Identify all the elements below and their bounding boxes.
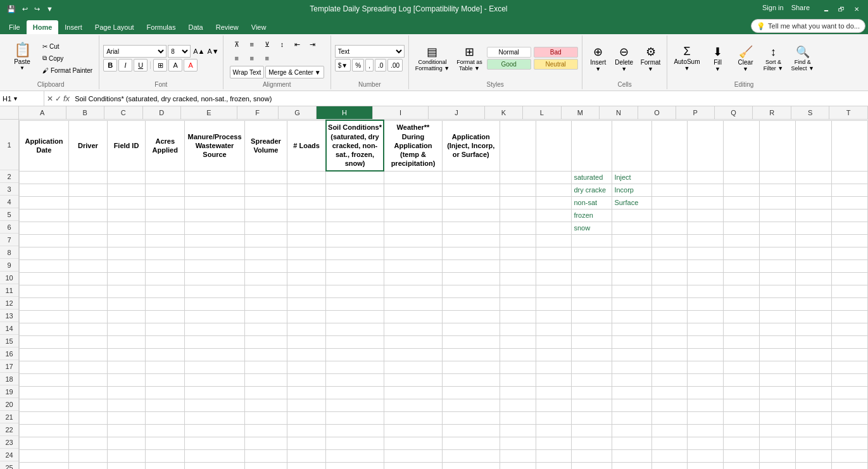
row-num-2[interactable]: 2 (0, 170, 18, 183)
cell-E4[interactable] (185, 196, 244, 209)
style-neutral[interactable]: Neutral (534, 59, 578, 70)
close-btn[interactable]: ✕ (850, 4, 863, 14)
cell-ref-dropdown[interactable]: ▼ (13, 96, 18, 102)
style-good[interactable]: Good (487, 59, 531, 70)
tab-review[interactable]: Review (210, 20, 245, 34)
row-num-15[interactable]: 15 (0, 335, 18, 347)
cell-L3[interactable] (536, 184, 572, 196)
col-header-B[interactable]: B (66, 106, 105, 119)
cell-O2[interactable] (651, 171, 688, 184)
cell-F5[interactable] (244, 209, 287, 222)
fill-btn[interactable]: ⬇ Fill ▼ (705, 40, 731, 77)
cell-T2[interactable] (832, 171, 868, 184)
format-painter-btn[interactable]: 🖌 Format Painter (40, 65, 95, 76)
cell-B6[interactable] (68, 222, 107, 234)
cell-D4[interactable] (146, 196, 185, 209)
align-left-btn[interactable]: ≡ (230, 52, 244, 65)
cell-T3[interactable] (832, 184, 868, 196)
row-num-25[interactable]: 25 (0, 461, 18, 469)
cell-Q1[interactable] (724, 120, 760, 171)
save-quick-btn[interactable]: 💾 (5, 5, 18, 13)
col-header-D[interactable]: D (143, 106, 182, 119)
row-num-5[interactable]: 5 (0, 208, 18, 221)
tab-file[interactable]: File (3, 20, 27, 34)
row-num-18[interactable]: 18 (0, 373, 18, 385)
cell-R4[interactable] (760, 196, 796, 209)
clear-btn[interactable]: 🧹 Clear ▼ (733, 40, 758, 77)
cell-P6[interactable] (688, 222, 724, 234)
insert-btn[interactable]: ⊕ Insert ▼ (586, 40, 610, 77)
decrease-font-btn[interactable]: A▼ (207, 47, 218, 55)
fill-color-btn[interactable]: A (168, 59, 182, 72)
cell-O3[interactable] (651, 184, 688, 196)
col-header-M[interactable]: M (562, 106, 600, 119)
cancel-formula-btn[interactable]: ✕ (47, 94, 53, 103)
row-num-19[interactable]: 19 (0, 385, 18, 398)
align-bottom-btn[interactable]: ⊻ (260, 38, 274, 51)
cell-T5[interactable] (832, 209, 868, 222)
cell-K1[interactable] (500, 120, 536, 171)
row-num-12[interactable]: 12 (0, 297, 18, 310)
cell-K3[interactable] (500, 184, 536, 196)
align-right-btn[interactable]: ≡ (260, 52, 274, 65)
format-as-table-btn[interactable]: ⊞ Format asTable ▼ (454, 40, 485, 77)
font-name-select[interactable]: Arial (103, 45, 167, 58)
cell-M5[interactable]: frozen (572, 209, 612, 222)
redo-quick-btn[interactable]: ↪ (32, 5, 42, 13)
format-arrow[interactable]: ▼ (648, 66, 653, 72)
row-num-21[interactable]: 21 (0, 411, 18, 423)
col-header-E[interactable]: E (181, 106, 237, 119)
cell-H1[interactable]: Soil Conditions* (saturated, dry cracked… (326, 120, 384, 171)
col-header-N[interactable]: N (600, 106, 638, 119)
col-header-T[interactable]: T (829, 106, 868, 119)
cell-O6[interactable] (651, 222, 688, 234)
wrap-text-btn[interactable]: Wrap Text (230, 66, 265, 78)
align-center-btn[interactable]: ≡ (245, 52, 259, 65)
col-header-Q[interactable]: Q (715, 106, 753, 119)
cell-R6[interactable] (760, 222, 796, 234)
cell-O1[interactable] (651, 120, 688, 171)
cell-J2[interactable] (442, 171, 500, 184)
comma-btn[interactable]: , (365, 59, 374, 72)
cell-Q2[interactable] (724, 171, 760, 184)
cell-O4[interactable] (651, 196, 688, 209)
cell-P5[interactable] (688, 209, 724, 222)
cell-H4[interactable] (326, 196, 384, 209)
row-num-3[interactable]: 3 (0, 183, 18, 196)
cell-G6[interactable] (287, 222, 326, 234)
cell-B2[interactable] (68, 171, 107, 184)
row-num-10[interactable]: 10 (0, 272, 18, 284)
col-header-K[interactable]: K (485, 106, 524, 119)
percent-btn[interactable]: % (352, 59, 364, 72)
cell-F2[interactable] (244, 171, 287, 184)
cell-A6[interactable] (20, 222, 69, 234)
cut-btn[interactable]: ✂ Cut (40, 41, 95, 52)
col-header-S[interactable]: S (791, 106, 830, 119)
autosum-btn[interactable]: Σ AutoSum ▼ (671, 40, 702, 77)
indent-decrease-btn[interactable]: ⇤ (291, 38, 305, 51)
align-top-btn[interactable]: ⊼ (230, 38, 244, 51)
row-num-7[interactable]: 7 (0, 234, 18, 246)
cell-J1[interactable]: Application (Inject, Incorp, or Surface) (442, 120, 500, 171)
cell-A7[interactable] (20, 234, 69, 247)
underline-btn[interactable]: U (134, 59, 148, 72)
cell-F6[interactable] (244, 222, 287, 234)
decimal-inc-btn[interactable]: .0 (375, 59, 386, 72)
cell-N4[interactable]: Surface (612, 196, 651, 209)
increase-font-btn[interactable]: A▲ (193, 47, 204, 55)
cell-G2[interactable] (287, 171, 326, 184)
row-num-16[interactable]: 16 (0, 347, 18, 360)
cell-J5[interactable] (442, 209, 500, 222)
cell-B1[interactable]: Driver (68, 120, 107, 171)
row-num-6[interactable]: 6 (0, 221, 18, 234)
cell-I1[interactable]: Weather** During Application (temp & pre… (384, 120, 442, 171)
cell-T4[interactable] (832, 196, 868, 209)
cell-D5[interactable] (146, 209, 185, 222)
col-header-F[interactable]: F (237, 106, 279, 119)
cell-E5[interactable] (185, 209, 244, 222)
undo-quick-btn[interactable]: ↩ (20, 5, 30, 13)
insert-function-btn[interactable]: fx (63, 94, 70, 103)
cell-N3[interactable]: Incorp (612, 184, 651, 196)
cell-S2[interactable] (796, 171, 832, 184)
merge-center-btn[interactable]: Merge & Center ▼ (265, 66, 324, 78)
